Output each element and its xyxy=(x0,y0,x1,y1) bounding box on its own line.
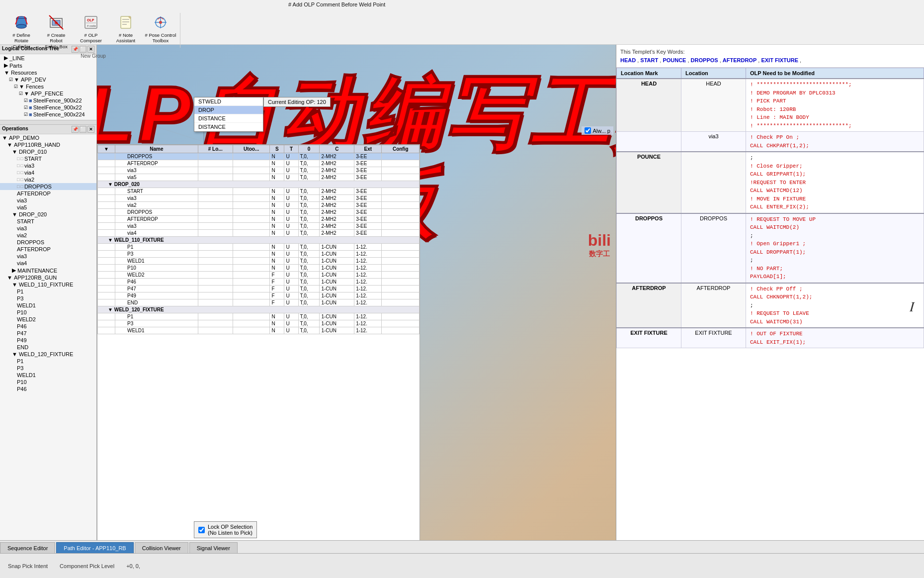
path-cell-type[interactable]: U xyxy=(284,272,298,279)
path-cell-utoo[interactable] xyxy=(233,188,269,195)
path-data-row[interactable]: P1NUT,0,1-CUN1-12. xyxy=(98,244,420,251)
path-data-row[interactable]: WELD1NUT,0,1-CUN1-12. xyxy=(98,258,420,265)
tree-item-steelfence2[interactable]: ☑ ■ SteelFence_900x22 xyxy=(0,104,96,111)
path-data-row[interactable]: via5NUT,0,2-MH23-EE xyxy=(98,174,420,181)
path-cell-ext[interactable]: 1-12. xyxy=(354,299,382,306)
ops-drop010[interactable]: ▼ DROP_010 xyxy=(0,148,96,155)
path-cell-motion[interactable]: N xyxy=(270,209,284,216)
path-cell-ext[interactable]: 3-EE xyxy=(354,153,382,160)
path-cell-config[interactable] xyxy=(382,327,420,334)
path-cell-lo[interactable] xyxy=(198,216,233,223)
tree-item-app-dev[interactable]: ☑ ▼ APP_DEV xyxy=(0,76,96,83)
path-cell-t[interactable]: T,0, xyxy=(298,313,320,320)
path-cell-name[interactable]: P3 xyxy=(115,251,198,258)
path-cell-motion[interactable]: N xyxy=(270,313,284,320)
path-cell-lo[interactable] xyxy=(198,279,233,286)
note-assistant-button[interactable]: # NoteAssistant xyxy=(108,11,143,46)
path-cell-c[interactable]: 2-MH2 xyxy=(320,202,354,209)
path-cell-motion[interactable]: N xyxy=(270,216,284,223)
path-cell-lo[interactable] xyxy=(198,286,233,292)
path-cell-c[interactable]: 1-CUN xyxy=(320,299,354,306)
path-cell-type[interactable]: U xyxy=(284,216,298,223)
path-cell-c[interactable]: 2-MH2 xyxy=(320,160,354,167)
path-cell-config[interactable] xyxy=(382,216,420,223)
path-cell-config[interactable] xyxy=(382,209,420,216)
path-cell-ext[interactable]: 3-EE xyxy=(354,216,382,223)
ops-p1a[interactable]: P1 xyxy=(0,288,96,295)
ops-p47[interactable]: P47 xyxy=(0,330,96,337)
path-cell-lo[interactable] xyxy=(198,244,233,251)
path-cell-utoo[interactable] xyxy=(233,313,269,320)
path-cell-name[interactable]: P3 xyxy=(115,320,198,327)
lock-op-checkbox[interactable] xyxy=(198,527,205,533)
path-cell-type[interactable]: U xyxy=(284,258,298,265)
tree-item-resources[interactable]: ▼ Resources xyxy=(0,69,96,76)
ops-app-demo[interactable]: ▼ APP_DEMO xyxy=(0,134,96,141)
path-cell-t[interactable]: T,0, xyxy=(298,320,320,327)
path-cell-c[interactable]: 1-CUN xyxy=(320,244,354,251)
path-data-row[interactable]: P47FUT,0,1-CUN1-12. xyxy=(98,286,420,292)
path-data-row[interactable]: P10NUT,0,1-CUN1-12. xyxy=(98,265,420,272)
always-on-top-checkbox[interactable] xyxy=(585,127,591,134)
ops-weld2a[interactable]: WELD2 xyxy=(0,316,96,323)
path-cell-t[interactable]: T,0, xyxy=(298,202,320,209)
path-cell-config[interactable] xyxy=(382,279,420,286)
path-cell-utoo[interactable] xyxy=(233,160,269,167)
path-cell-t[interactable]: T,0, xyxy=(298,195,320,202)
path-cell-config[interactable] xyxy=(382,153,420,160)
path-cell-t[interactable]: T,0, xyxy=(298,216,320,223)
path-cell-name[interactable]: P49 xyxy=(115,292,198,299)
path-cell-name[interactable]: via3 xyxy=(115,223,198,230)
path-cell-utoo[interactable] xyxy=(233,292,269,299)
tree-item-parts[interactable]: ▶ Parts xyxy=(0,62,96,69)
path-cell-lo[interactable] xyxy=(198,174,233,181)
path-cell-t[interactable]: T,0, xyxy=(298,258,320,265)
path-cell-ext[interactable]: 3-EE xyxy=(354,209,382,216)
path-cell-config[interactable] xyxy=(382,195,420,202)
path-cell-ext[interactable]: 1-12. xyxy=(354,279,382,286)
tree-item-fences[interactable]: ☑ ▼ Fences xyxy=(0,83,96,90)
path-cell-ext[interactable]: 1-12. xyxy=(354,292,382,299)
path-cell-c[interactable]: 2-MH2 xyxy=(320,188,354,195)
path-cell-name[interactable]: END xyxy=(115,299,198,306)
path-cell-ext[interactable]: 1-12. xyxy=(354,272,382,279)
ops-via3b[interactable]: via3 xyxy=(0,197,96,204)
path-cell-c[interactable]: 1-CUN xyxy=(320,279,354,286)
ops-drop020[interactable]: ▼ DROP_020 xyxy=(0,211,96,218)
path-cell-type[interactable]: U xyxy=(284,251,298,258)
path-data-row[interactable]: via3NUT,0,2-MH23-EE xyxy=(98,195,420,202)
ops-app120rb[interactable]: ▼ APP120RB_GUN xyxy=(0,274,96,281)
path-cell-name[interactable]: via2 xyxy=(115,202,198,209)
tree-item-steelfence1[interactable]: ☑ ■ SteelFence_900x22 xyxy=(0,97,96,104)
path-cell-t[interactable]: T,0, xyxy=(298,327,320,334)
path-cell-lo[interactable] xyxy=(198,188,233,195)
path-cell-motion[interactable]: N xyxy=(270,202,284,209)
path-data-row[interactable]: AFTERDROPNUT,0,2-MH23-EE xyxy=(98,216,420,223)
ops-p46b[interactable]: P46 xyxy=(0,385,96,392)
ops-via3a[interactable]: □ □ via3 xyxy=(0,162,96,169)
path-cell-c[interactable]: 2-MH2 xyxy=(320,230,354,237)
path-cell-ext[interactable]: 1-12. xyxy=(354,320,382,327)
path-cell-motion[interactable]: N xyxy=(270,195,284,202)
path-cell-c[interactable]: 2-MH2 xyxy=(320,209,354,216)
path-cell-motion[interactable]: F xyxy=(270,286,284,292)
tab-signal-viewer[interactable]: Signal Viewer xyxy=(189,542,238,553)
path-cell-name[interactable]: P1 xyxy=(115,313,198,320)
path-cell-config[interactable] xyxy=(382,265,420,272)
path-cell-motion[interactable]: F xyxy=(270,292,284,299)
ops-afterdrop1[interactable]: AFTERDROP xyxy=(0,190,96,197)
path-cell-motion[interactable]: N xyxy=(270,167,284,174)
path-cell-utoo[interactable] xyxy=(233,209,269,216)
path-cell-c[interactable]: 1-CUN xyxy=(320,258,354,265)
path-data-row[interactable]: via3NUT,0,2-MH23-EE xyxy=(98,223,420,230)
path-cell-lo[interactable] xyxy=(198,292,233,299)
path-cell-t[interactable]: T,0, xyxy=(298,286,320,292)
path-cell-name[interactable]: WELD1 xyxy=(115,327,198,334)
tab-sequence-editor[interactable]: Sequence Editor xyxy=(0,542,55,553)
path-cell-t[interactable]: T,0, xyxy=(298,244,320,251)
path-cell-t[interactable]: T,0, xyxy=(298,299,320,306)
path-cell-utoo[interactable] xyxy=(233,230,269,237)
path-cell-c[interactable]: 1-CUN xyxy=(320,320,354,327)
path-cell-t[interactable]: T,0, xyxy=(298,230,320,237)
path-cell-config[interactable] xyxy=(382,174,420,181)
